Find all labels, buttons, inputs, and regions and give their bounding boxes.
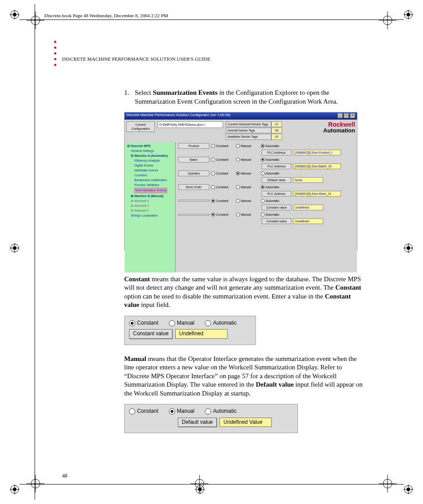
radio-constant[interactable]: Constant (211, 213, 234, 217)
event-label (178, 200, 209, 202)
radio-manual[interactable]: Manual (236, 199, 259, 203)
maximize-icon[interactable]: □ (344, 113, 349, 118)
decorator-dots (54, 41, 57, 70)
window-title: Discrete Machine Performance Solution Co… (126, 113, 231, 119)
radio-automatic[interactable]: Automatic (261, 144, 284, 148)
step-text: Select Summarization Events in the Confi… (135, 89, 364, 106)
radio-manual[interactable]: Manual (236, 213, 259, 217)
page-number: 48 (62, 473, 67, 480)
device-tags-table: Current Workcell Device Tags31 Overall D… (226, 121, 282, 140)
sub-label: PLC Address (262, 191, 291, 197)
sub-value[interactable]: Undefined (293, 205, 323, 210)
radio-manual[interactable]: Manual (236, 158, 259, 162)
config-tree[interactable]: ⊟ Discrete MPS General Settings ⊟ Machin… (125, 142, 176, 272)
manual-paragraph: Manual means that the Operator Interface… (124, 355, 364, 398)
radio-automatic[interactable]: Automatic (261, 185, 284, 189)
event-label (178, 214, 209, 216)
event-label: Product (178, 143, 209, 149)
radio-constant[interactable] (129, 408, 135, 415)
sub-label: PLC Address (262, 150, 291, 155)
radio-manual[interactable]: Manual (236, 144, 259, 148)
constant-value-field[interactable]: Undefined (175, 329, 227, 339)
configurator-screenshot: Discrete Machine Performance Solution Co… (124, 112, 357, 250)
sub-label: PLC Address (262, 163, 291, 169)
step-number: 1. (124, 89, 135, 106)
radio-constant[interactable]: Constant (211, 158, 234, 162)
minimize-icon[interactable]: _ (337, 113, 343, 118)
radio-constant[interactable]: Constant (211, 144, 234, 148)
sub-value[interactable]: Undefined (293, 218, 323, 224)
rockwell-logo: Rockwell Automation (323, 121, 355, 133)
manual-mode-screenshot: Constant Manual Automatic Default value … (124, 404, 298, 433)
sub-value[interactable]: [SIM]WC[0].Sum.Batch_ID (293, 163, 341, 169)
page-header: Discrete.book Page 48 Wednesday, Decembe… (44, 12, 168, 19)
event-label: Batch (178, 157, 209, 163)
default-value-button[interactable]: Default value (178, 418, 217, 427)
radio-manual[interactable] (169, 408, 175, 415)
radio-constant[interactable] (129, 320, 135, 326)
radio-automatic[interactable] (205, 320, 211, 326)
event-label: Operator (178, 171, 209, 176)
radio-manual[interactable]: Manual (236, 185, 259, 189)
guide-title: DISCRETE MACHINE PERFORMANCE SOLUTION US… (62, 56, 368, 62)
constant-mode-screenshot: Constant Manual Automatic Constant value… (124, 316, 256, 345)
sub-value[interactable]: [SIM]WC[0].Sum.Work_Or (293, 191, 341, 197)
config-path: D:\DMPS\My DMPS\Demo.pbs<< (157, 121, 223, 128)
sub-label: Constant value (262, 218, 291, 224)
radio-constant[interactable]: Constant (211, 185, 234, 189)
radio-constant[interactable]: Constant (211, 199, 234, 203)
radio-automatic[interactable]: Automatic (261, 158, 284, 162)
current-config-label: Current Configuration (126, 121, 155, 132)
tree-selected-item[interactable]: Summarization Events (134, 188, 167, 193)
sub-value[interactable]: [SIM]WC[0].Sum.Product_I (293, 150, 341, 155)
radio-automatic[interactable]: Automatic (261, 199, 284, 203)
close-icon[interactable]: × (350, 113, 355, 118)
radio-manual[interactable] (169, 320, 175, 326)
sub-label: Default value (262, 177, 291, 183)
event-label: Work Order (178, 184, 209, 190)
sub-label: Constant value (262, 205, 291, 210)
sub-value[interactable]: None (293, 177, 323, 183)
radio-constant[interactable]: Constant (211, 171, 234, 175)
constant-paragraph: Constant means that the same value is al… (124, 275, 364, 310)
default-value-field[interactable]: Undefined Value (219, 418, 272, 427)
radio-automatic[interactable] (205, 408, 211, 415)
constant-value-button[interactable]: Constant value (129, 329, 172, 339)
radio-automatic[interactable]: Automatic (261, 171, 284, 175)
radio-manual[interactable]: Manual (236, 171, 259, 175)
radio-automatic[interactable]: Automatic (261, 213, 284, 217)
